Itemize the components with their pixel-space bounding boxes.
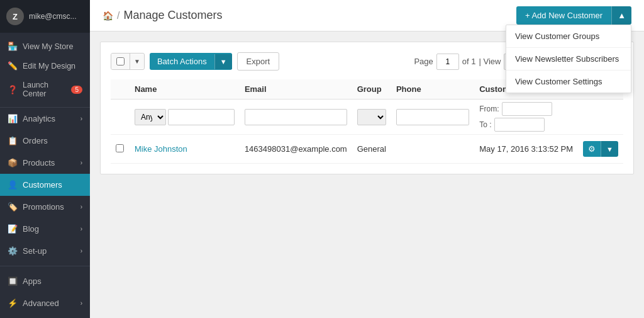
sidebar-item-orders[interactable]: 📋 Orders (0, 130, 90, 152)
row-action-dropdown-button[interactable]: ▼ (601, 141, 618, 157)
filter-to-label: To : (479, 120, 491, 129)
row-name: Mike Johnston (130, 135, 240, 164)
sidebar-item-products[interactable]: 📦 Products › (0, 152, 90, 174)
add-new-customer-button[interactable]: + Add New Customer (516, 6, 611, 25)
row-checkbox-cell (111, 135, 130, 164)
row-customer-since: May 17, 2016 3:13:52 PM (474, 135, 578, 164)
sidebar-item-apps[interactable]: 🔲 Apps (0, 270, 90, 292)
sidebar-top-links: 🏪 View My Store ✏️ Edit My Design ❓ Laun… (0, 33, 90, 108)
th-phone: Phone (391, 79, 474, 99)
customer-name-link[interactable]: Mike Johnston (135, 144, 187, 154)
batch-actions-button[interactable]: Batch Actions ▼ (150, 53, 232, 70)
select-all-checkbox[interactable] (111, 54, 130, 69)
main-content: 🏠 / Manage Customers + Add New Customer … (90, 0, 644, 318)
sidebar-label-products: Products (23, 158, 55, 168)
filter-name-cell: Any (130, 99, 240, 135)
chevron-right-icon-setup: › (80, 247, 82, 254)
apps-icon: 🔲 (8, 276, 18, 286)
sidebar-label-set-up: Set-up (23, 246, 47, 256)
select-all-dropdown[interactable]: ▼ (111, 53, 145, 70)
filter-name-any-select[interactable]: Any (135, 109, 166, 125)
sidebar: Z mike@cmsc... 🏪 View My Store ✏️ Edit M… (0, 0, 90, 318)
row-action-group: ⚙ ▼ (583, 141, 618, 157)
sidebar-item-advanced[interactable]: ⚡ Advanced › (0, 292, 90, 314)
sidebar-item-launch-center[interactable]: ❓ Launch Center 5 (0, 76, 90, 103)
home-icon[interactable]: 🏠 (103, 11, 113, 21)
row-group: General (352, 135, 391, 164)
filter-from-label: From: (479, 105, 499, 113)
sidebar-label-promotions: Promotions (23, 202, 64, 212)
chevron-right-icon: › (80, 115, 82, 122)
store-icon: 🏪 (8, 42, 18, 51)
dropdown-item-view-customer-groups[interactable]: View Customer Groups (506, 25, 631, 48)
filter-group-cell (352, 99, 391, 135)
breadcrumb-sep: / (117, 10, 119, 21)
add-new-customer-dropdown-button[interactable]: ▲ (611, 6, 631, 25)
sidebar-item-customers[interactable]: 👤 Customers (0, 174, 90, 196)
blog-icon: 📝 (8, 224, 18, 234)
page-input[interactable] (436, 54, 459, 70)
avatar: Z (6, 8, 24, 25)
breadcrumb: 🏠 / Manage Customers (103, 9, 223, 22)
filter-group-select[interactable] (357, 109, 386, 125)
help-icon: ❓ (8, 85, 18, 94)
table-row: Mike Johnston 1463498031@example.com Gen… (111, 135, 623, 164)
analytics-icon: 📊 (8, 114, 18, 123)
filter-checkbox-cell (111, 99, 130, 135)
filter-from-input[interactable] (502, 102, 552, 116)
sidebar-label-orders: Orders (23, 136, 48, 145)
page-title: Manage Customers (123, 9, 222, 22)
chevron-right-icon-promotions: › (80, 203, 82, 210)
header-actions: + Add New Customer ▲ View Customer Group… (516, 6, 631, 25)
sidebar-item-analytics[interactable]: 📊 Analytics › (0, 108, 90, 130)
th-checkbox (111, 79, 130, 99)
sidebar-label-advanced: Advanced (23, 298, 59, 308)
row-phone (391, 135, 474, 164)
row-action-gear-button[interactable]: ⚙ (583, 141, 601, 157)
filter-row: Any (111, 99, 623, 135)
filter-action-cell (578, 99, 623, 135)
sidebar-label-customers: Customers (23, 180, 62, 190)
chevron-right-icon-products: › (80, 159, 82, 166)
batch-actions-arrow[interactable]: ▼ (214, 54, 232, 69)
filter-email-input[interactable] (245, 109, 347, 125)
sidebar-item-promotions[interactable]: 🏷️ Promotions › (0, 196, 90, 218)
row-checkbox[interactable] (116, 144, 124, 152)
page-label: Page (414, 57, 433, 66)
customers-icon: 👤 (8, 180, 18, 190)
sidebar-label-blog: Blog (23, 224, 39, 234)
th-group: Group (352, 79, 391, 99)
chevron-right-icon-advanced: › (80, 300, 82, 307)
launch-center-badge: 5 (71, 86, 82, 94)
sidebar-item-blog[interactable]: 📝 Blog › (0, 218, 90, 240)
username: mike@cmsc... (29, 12, 77, 21)
filter-name-input[interactable] (168, 109, 235, 125)
row-email: 1463498031@example.com (240, 135, 352, 164)
sidebar-nav: 📊 Analytics › 📋 Orders 📦 Products › 👤 Cu… (0, 108, 90, 266)
filter-email-cell (240, 99, 352, 135)
select-all-input[interactable] (116, 57, 125, 65)
th-email: Email (240, 79, 352, 99)
add-customer-dropdown-menu: View Customer Groups View Newsletter Sub… (506, 25, 631, 93)
page-header: 🏠 / Manage Customers + Add New Customer … (90, 0, 644, 31)
page-of: of 1 (462, 57, 476, 66)
filter-phone-input[interactable] (396, 109, 469, 125)
products-icon: 📦 (8, 158, 18, 168)
th-name: Name (130, 79, 240, 99)
sidebar-label-launch-center: Launch Center (23, 81, 66, 98)
edit-icon: ✏️ (8, 61, 18, 71)
sidebar-item-edit-my-design[interactable]: ✏️ Edit My Design (0, 56, 90, 76)
dropdown-item-view-newsletter-subscribers[interactable]: View Newsletter Subscribers (506, 48, 631, 71)
batch-actions-label: Batch Actions (150, 53, 214, 70)
filter-to-input[interactable] (494, 118, 545, 132)
sidebar-bottom: 🔲 Apps ⚡ Advanced › (0, 266, 90, 318)
sidebar-label-view-my-store: View My Store (23, 42, 73, 51)
dropdown-item-view-customer-settings[interactable]: View Customer Settings (506, 71, 631, 93)
filter-date-cell: From: To : (474, 99, 578, 135)
user-profile[interactable]: Z mike@cmsc... (0, 0, 90, 33)
sidebar-item-set-up[interactable]: ⚙️ Set-up › (0, 240, 90, 262)
select-dropdown-arrow[interactable]: ▼ (130, 54, 144, 69)
export-button[interactable]: Export (237, 52, 280, 71)
sidebar-item-view-my-store[interactable]: 🏪 View My Store (0, 37, 90, 56)
chevron-right-icon-blog: › (80, 225, 82, 232)
